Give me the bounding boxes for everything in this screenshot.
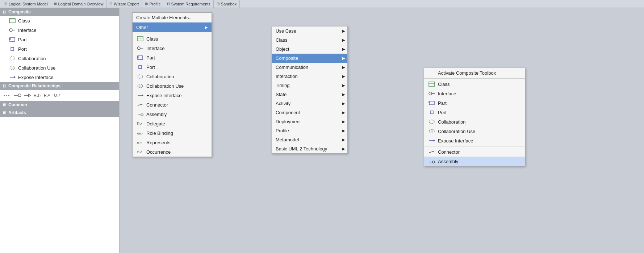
menu2-item-timing[interactable]: Timing ▶ [272, 81, 347, 90]
rel-assembly-icon[interactable] [13, 92, 21, 99]
rel-occurrence-icon[interactable]: O↗ [54, 92, 62, 99]
profile-arrow-icon: ▶ [342, 129, 345, 133]
menu3-connector-icon [428, 149, 436, 155]
menu1-item-role-binding[interactable]: RB↗ Role Binding [133, 128, 212, 138]
menu3-item-part[interactable]: Part [424, 98, 525, 108]
interaction-arrow-icon: ▶ [342, 74, 345, 78]
svg-point-14 [18, 94, 21, 97]
menu2-item-class[interactable]: Class ▶ [272, 36, 347, 45]
communication-arrow-icon: ▶ [342, 65, 345, 69]
menu2-item-use-case[interactable]: Use Case ▶ [272, 26, 347, 36]
composite-rel-expand-icon: ⊟ [3, 84, 6, 88]
menu3-item-collaboration[interactable]: Collaboration [424, 117, 525, 126]
menu1-port-icon [136, 64, 144, 70]
menu3-item-class[interactable]: Class [424, 79, 525, 89]
menu-item-other[interactable]: Other ▶ [133, 22, 212, 32]
menu2-item-component[interactable]: Component ▶ [272, 108, 347, 117]
sidebar-composite-header[interactable]: ⊟ Composite [0, 8, 119, 16]
main-area: ⊟ Composite Class Interface Part [0, 8, 644, 253]
menu1-item-connector[interactable]: Connector [133, 100, 212, 109]
component-arrow-icon: ▶ [342, 111, 345, 115]
svg-rect-45 [430, 111, 433, 114]
menu3-item-port[interactable]: Port [424, 108, 525, 117]
tab-profile[interactable]: ⊞ Profile [142, 0, 164, 8]
content-area: Create Multiple Elements... Other ▶ Clas… [120, 8, 644, 253]
menu3-item-expose-interface[interactable]: Expose Interface [424, 136, 525, 145]
state-arrow-icon: ▶ [342, 92, 345, 96]
rel-role-binding-icon[interactable]: RB↗ [33, 92, 41, 99]
sidebar-item-class[interactable]: Class [0, 16, 119, 25]
menu2-item-profile[interactable]: Profile ▶ [272, 126, 347, 135]
svg-rect-26 [139, 66, 142, 69]
menu3-part-icon [428, 100, 436, 106]
menu2-item-object[interactable]: Object ▶ [272, 45, 347, 54]
menu3-item-assembly[interactable]: Assembly [424, 157, 525, 166]
menu1-part-icon [136, 55, 144, 61]
menu2-item-activity[interactable]: Activity ▶ [272, 99, 347, 108]
menu3-port-icon [428, 109, 436, 115]
tab-icon-sandbox: ⊞ [217, 2, 219, 6]
use-case-arrow-icon: ▶ [342, 29, 345, 33]
menu3-activate-toolbox[interactable]: Activate Composite Toolbox [424, 68, 525, 78]
dropdown-menu-3: Activate Composite Toolbox Class Interfa… [424, 68, 525, 166]
menu1-collaboration-icon [136, 74, 144, 79]
rel-represents-icon[interactable]: R↗ [43, 92, 51, 99]
tab-sandbox[interactable]: ⊞ Sandbox [214, 0, 240, 8]
svg-text:O↗: O↗ [137, 150, 142, 154]
menu1-item-part[interactable]: Part [133, 53, 212, 62]
sidebar-composite-rel-header[interactable]: ⊟ Composite Relationships [0, 82, 119, 90]
menu1-interface-icon [136, 45, 144, 51]
tab-logical-system-model[interactable]: ⊞ Logical System Model [1, 0, 51, 8]
svg-point-41 [429, 92, 432, 95]
timing-arrow-icon: ▶ [342, 83, 345, 87]
sidebar-artifacts-header[interactable]: ⊞ Artifacts [0, 109, 119, 117]
menu2-item-composite[interactable]: Composite ▶ [272, 54, 347, 63]
sidebar-item-part[interactable]: Part [0, 35, 119, 44]
menu3-item-interface[interactable]: Interface [424, 89, 525, 98]
tab-logical-domain[interactable]: ⊞ Logical Domain Overview [51, 0, 107, 8]
menu1-item-class[interactable]: Class [133, 34, 212, 43]
menu1-item-delegate[interactable]: D↗ Delegate [133, 119, 212, 128]
menu1-item-expose-interface[interactable]: Expose Interface [133, 91, 212, 100]
menu3-assembly-icon [428, 158, 436, 164]
relationships-row: RB↗ R↗ O↗ [0, 90, 119, 101]
menu1-delegate-icon: D↗ [136, 121, 144, 126]
svg-text:U: U [139, 85, 141, 87]
composite-expand-icon: ⊟ [3, 10, 6, 14]
sidebar-item-expose-interface[interactable]: Expose Interface [0, 72, 119, 82]
sidebar-item-port[interactable]: Port [0, 44, 119, 54]
svg-point-22 [137, 47, 140, 50]
menu1-occurrence-icon: O↗ [136, 149, 144, 155]
menu1-item-occurrence[interactable]: O↗ Occurrence [133, 147, 212, 157]
sidebar-common-header[interactable]: ⊞ Common [0, 101, 119, 109]
menu-item-create-multiple[interactable]: Create Multiple Elements... [133, 13, 212, 22]
menu2-item-deployment[interactable]: Deployment ▶ [272, 117, 347, 126]
artifacts-expand-icon: ⊞ [3, 111, 6, 115]
menu2-item-state[interactable]: State ▶ [272, 90, 347, 99]
svg-line-51 [429, 151, 434, 153]
tab-icon-logical-system: ⊞ [4, 2, 7, 6]
menu1-item-port[interactable]: Port [133, 62, 212, 72]
menu2-item-basic-uml2[interactable]: Basic UML 2 Technology ▶ [272, 144, 347, 153]
sidebar-item-collaboration[interactable]: Collaboration [0, 54, 119, 63]
menu3-activate-icon [428, 70, 436, 76]
sidebar-item-collaboration-use[interactable]: U Collaboration Use [0, 63, 119, 72]
tab-system-requirements[interactable]: ⊟ System Requirements [164, 0, 214, 8]
rel-connector-icon[interactable] [3, 92, 11, 99]
svg-text:U: U [431, 130, 433, 133]
menu1-item-interface[interactable]: Interface [133, 43, 212, 53]
menu3-item-connector[interactable]: Connector [424, 147, 525, 157]
menu3-item-collaboration-use[interactable]: U Collaboration Use [424, 126, 525, 136]
tab-wizard-export[interactable]: ⊟ Wizard Export [106, 0, 142, 8]
menu2-item-communication[interactable]: Communication ▶ [272, 63, 347, 72]
menu1-item-collaboration[interactable]: Collaboration [133, 72, 212, 81]
menu1-item-collaboration-use[interactable]: U Collaboration Use [133, 81, 212, 91]
menu2-item-metamodel[interactable]: Metamodel ▶ [272, 135, 347, 144]
sidebar-item-interface[interactable]: Interface [0, 25, 119, 35]
menu2-item-interaction[interactable]: Interaction ▶ [272, 72, 347, 81]
menu3-separator [424, 78, 525, 79]
menu1-item-represents[interactable]: R↗ Represents [133, 138, 212, 147]
menu1-item-assembly[interactable]: Assembly [133, 109, 212, 119]
svg-point-27 [138, 75, 143, 78]
rel-delegate-icon[interactable] [23, 92, 31, 99]
